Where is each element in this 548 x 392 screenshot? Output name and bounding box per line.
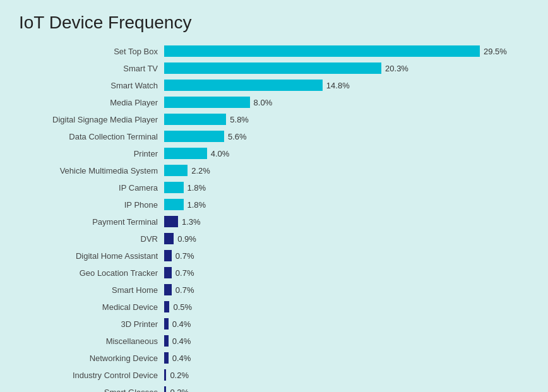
bar-value: 20.3% (385, 64, 408, 73)
bar (164, 199, 184, 210)
bar-area: 0.4% (164, 318, 529, 330)
bar-value: 0.2% (170, 388, 189, 393)
bar-label: IP Camera (19, 183, 164, 193)
bar-area: 0.2% (164, 369, 529, 381)
bar-value: 14.8% (326, 81, 350, 90)
bar-label: DVR (19, 234, 164, 244)
bar-label: Smart Watch (19, 81, 164, 90)
bar-row: Smart Home0.7% (19, 283, 529, 297)
bar-value: 0.5% (173, 302, 192, 312)
bar-label: Set Top Box (19, 47, 164, 56)
bar-area: 0.4% (164, 335, 529, 347)
bar-value: 0.4% (172, 319, 191, 329)
bar-label: Networking Device (19, 353, 164, 363)
bar (164, 97, 250, 108)
bar-area: 0.2% (164, 386, 529, 392)
bar-value: 0.7% (176, 268, 194, 278)
bar-row: Industry Control Device0.2% (19, 368, 529, 382)
bar-label: Smart TV (19, 64, 164, 73)
bar-area: 5.8% (164, 114, 529, 125)
bar-value: 0.9% (177, 234, 196, 244)
bar-label: Media Player (19, 98, 164, 107)
bar-area: 1.8% (164, 199, 529, 210)
bar (164, 45, 480, 57)
bar-label: Vehicle Multimedia System (19, 166, 164, 175)
bar (164, 114, 226, 125)
bar-area: 20.3% (164, 62, 529, 74)
bar-row: Data Collection Terminal5.6% (19, 129, 529, 143)
bar-value: 5.6% (228, 132, 247, 141)
bar-label: 3D Printer (19, 319, 164, 329)
bar-value: 0.7% (176, 251, 194, 261)
bar (164, 386, 166, 392)
bar (164, 318, 169, 330)
bar-area: 4.0% (164, 148, 529, 159)
bar-label: Smart Home (19, 285, 164, 295)
bar (164, 335, 169, 347)
bar-area: 2.2% (164, 165, 529, 176)
bar-row: IP Phone1.8% (19, 198, 529, 211)
bar-area: 0.7% (164, 267, 529, 278)
bar-row: IP Camera1.8% (19, 181, 529, 194)
bar-value: 0.2% (170, 371, 189, 380)
bar-area: 0.7% (164, 284, 529, 295)
chart-title: IoT Device Frequency (19, 13, 529, 33)
bar-row: Vehicle Multimedia System2.2% (19, 163, 529, 177)
bar (164, 80, 323, 91)
bar-row: Medical Device0.5% (19, 300, 529, 314)
bar (164, 369, 166, 381)
bar-value: 1.3% (182, 217, 201, 227)
bar-row: Miscellaneous0.4% (19, 334, 529, 348)
bar-value: 4.0% (211, 149, 230, 158)
bar (164, 182, 184, 193)
bar-row: Printer4.0% (19, 146, 529, 160)
bar (164, 352, 169, 364)
bar-label: Medical Device (19, 302, 164, 312)
bar-row: Geo Location Tracker0.7% (19, 266, 529, 280)
bar-label: Geo Location Tracker (19, 268, 164, 278)
bar-label: Printer (19, 149, 164, 158)
bar-area: 14.8% (164, 80, 529, 91)
bar-row: Set Top Box29.5% (19, 44, 529, 58)
bar (164, 62, 381, 74)
bar-row: Smart Glasses0.2% (19, 385, 529, 392)
bar (164, 284, 172, 295)
bar-label: IP Phone (19, 200, 164, 210)
bar-value: 8.0% (254, 98, 273, 107)
bar (164, 267, 172, 278)
bar-value: 0.4% (172, 336, 191, 346)
bar-label: Smart Glasses (19, 388, 164, 393)
bar-row: Payment Terminal1.3% (19, 215, 529, 229)
bar-label: Digital Home Assistant (19, 251, 164, 261)
bar-label: Data Collection Terminal (19, 132, 164, 141)
bar (164, 250, 172, 261)
bar-label: Digital Signage Media Player (19, 115, 164, 124)
bar-value: 1.8% (188, 183, 206, 193)
bar-row: 3D Printer0.4% (19, 317, 529, 331)
bar-area: 0.5% (164, 301, 529, 312)
bar-value: 5.8% (230, 115, 249, 124)
bar-area: 8.0% (164, 97, 529, 108)
bar-label: Industry Control Device (19, 371, 164, 380)
bar-area: 1.8% (164, 182, 529, 193)
bar-row: DVR0.9% (19, 232, 529, 246)
bar-area: 5.6% (164, 131, 529, 142)
bar-row: Networking Device0.4% (19, 351, 529, 365)
bar-row: Media Player8.0% (19, 95, 529, 109)
bar-area: 0.7% (164, 250, 529, 261)
bar (164, 301, 169, 312)
bar-value: 29.5% (484, 47, 507, 56)
bar-area: 1.3% (164, 216, 529, 227)
bar (164, 233, 174, 244)
bar-row: Digital Signage Media Player5.8% (19, 112, 529, 126)
bar-row: Digital Home Assistant0.7% (19, 249, 529, 263)
bar-area: 0.9% (164, 233, 529, 244)
bar-value: 0.7% (176, 285, 194, 295)
bar-area: 0.4% (164, 352, 529, 364)
bar-value: 1.8% (188, 200, 206, 210)
bar-row: Smart Watch14.8% (19, 78, 529, 92)
bar-row: Smart TV20.3% (19, 61, 529, 75)
chart-container: Set Top Box29.5%Smart TV20.3%Smart Watch… (19, 44, 529, 392)
bar-area: 29.5% (164, 45, 529, 57)
bar-value: 0.4% (172, 353, 191, 363)
